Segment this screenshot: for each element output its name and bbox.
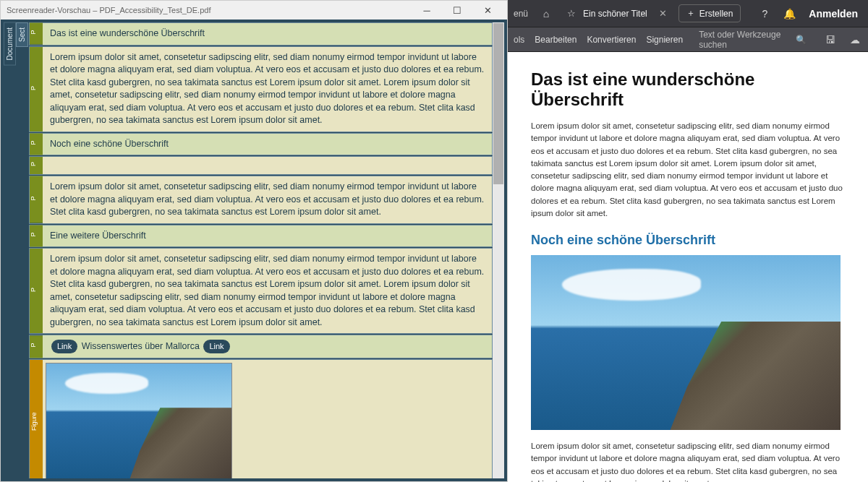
structure-row-figure[interactable]: Figure: [29, 359, 493, 478]
sub-toolbar: ols Bearbeiten Konvertieren Signieren Te…: [508, 27, 868, 52]
doc-h2: Noch eine schöne Überschrift: [531, 233, 845, 248]
help-icon[interactable]: ?: [755, 4, 774, 23]
row-text: Noch eine schöne Überschrift: [43, 134, 492, 155]
tab-title: Ein schöner Titel: [583, 9, 647, 19]
sect-tag[interactable]: Sect: [16, 22, 28, 47]
link-text: Wissenswertes über Mallorca: [82, 341, 200, 351]
tag-label: P: [30, 157, 43, 174]
home-icon[interactable]: ⌂: [537, 4, 556, 23]
structure-row[interactable]: P Lorem ipsum dolor sit amet, consetetur…: [29, 248, 493, 334]
cloud-upload-icon[interactable]: ☁: [848, 31, 862, 48]
bell-icon[interactable]: 🔔: [780, 4, 799, 23]
search-placeholder: Text oder Werkzeuge suchen: [699, 30, 791, 50]
row-text: Lorem ipsum dolor sit amet, consetetur s…: [43, 176, 492, 223]
vertical-scrollbar[interactable]: [493, 22, 504, 478]
doc-paragraph: Lorem ipsum dolor sit amet, consetetur s…: [531, 440, 845, 482]
document-area[interactable]: Das ist eine wunderschöne Überschrift Lo…: [508, 52, 868, 482]
link-pill: Link: [51, 340, 77, 353]
search-field[interactable]: Text oder Werkzeuge suchen 🔍: [693, 27, 812, 52]
search-icon: 🔍: [796, 35, 807, 45]
window-title: Screenreader-Vorschau – PDF_Accessibilit…: [7, 6, 413, 14]
plus-icon: ＋: [686, 7, 695, 20]
screenreader-preview-window: Screenreader-Vorschau – PDF_Accessibilit…: [0, 0, 508, 482]
signin-button[interactable]: Anmelden: [804, 8, 862, 20]
tag-label: P: [30, 249, 43, 333]
save-icon[interactable]: 🖫: [822, 31, 837, 48]
minimize-button[interactable]: ─: [413, 2, 441, 18]
create-button[interactable]: ＋ Erstellen: [678, 4, 741, 22]
row-text: Lorem ipsum dolor sit amet, consetetur s…: [43, 249, 492, 333]
maximize-button[interactable]: ☐: [443, 2, 471, 18]
row-text: [43, 157, 492, 174]
document-tag[interactable]: Document: [4, 22, 16, 66]
tag-label: P: [30, 23, 43, 45]
row-text: Link Wissenswertes über Mallorca Link: [43, 335, 492, 358]
top-toolbar: enü ⌂ ☆ Ein schöner Titel ✕ ＋ Erstellen …: [508, 0, 868, 27]
figure-cell: [43, 360, 492, 478]
figure-thumbnail: [46, 363, 232, 478]
convert-menu[interactable]: Konvertieren: [587, 35, 636, 45]
link-pill: Link: [203, 340, 229, 353]
tag-label-figure: Figure: [30, 360, 43, 478]
pdf-reader-panel: enü ⌂ ☆ Ein schöner Titel ✕ ＋ Erstellen …: [508, 0, 868, 482]
tag-label: P: [30, 225, 43, 247]
structure-row[interactable]: P Lorem ipsum dolor sit amet, consetetur…: [29, 176, 493, 224]
row-text: Lorem ipsum dolor sit amet, consetetur s…: [43, 47, 492, 132]
structure-row[interactable]: P Noch eine schöne Überschrift: [29, 133, 493, 156]
menu-button-cut[interactable]: enü: [514, 9, 531, 19]
tag-label: P: [30, 47, 43, 132]
scrollbar-thumb[interactable]: [493, 23, 503, 184]
structure-row-link[interactable]: P Link Wissenswertes über Mallorca Link: [29, 335, 493, 358]
doc-image: [531, 255, 841, 430]
tag-label: P: [30, 335, 43, 358]
close-tab-icon[interactable]: ✕: [659, 8, 667, 19]
sign-menu[interactable]: Signieren: [646, 35, 683, 45]
close-button[interactable]: ✕: [474, 2, 501, 18]
document-tab[interactable]: ☆ Ein schöner Titel ✕: [561, 5, 673, 22]
row-text: Das ist eine wunderschöne Überschrift: [43, 23, 492, 45]
structure-content[interactable]: P Das ist eine wunderschöne Überschrift …: [28, 22, 493, 478]
window-titlebar: Screenreader-Vorschau – PDF_Accessibilit…: [1, 1, 507, 20]
structure-row[interactable]: P Eine weitere Überschrift: [29, 225, 493, 248]
edit-menu[interactable]: Bearbeiten: [535, 35, 576, 45]
structure-row[interactable]: P Das ist eine wunderschöne Überschrift: [29, 22, 493, 46]
tag-label: P: [30, 176, 43, 223]
structure-row[interactable]: P Lorem ipsum dolor sit amet, consetetur…: [29, 46, 493, 132]
tag-label: P: [30, 134, 43, 155]
doc-h1: Das ist eine wunderschöne Überschrift: [531, 69, 845, 110]
row-text: Eine weitere Überschrift: [43, 225, 492, 247]
doc-paragraph: Lorem ipsum dolor sit amet, consetetur s…: [531, 120, 845, 220]
structure-row[interactable]: P: [29, 156, 493, 175]
structure-rail: Document: [4, 22, 16, 478]
tools-menu-cut[interactable]: ols: [514, 35, 524, 45]
star-icon[interactable]: ☆: [567, 8, 576, 19]
